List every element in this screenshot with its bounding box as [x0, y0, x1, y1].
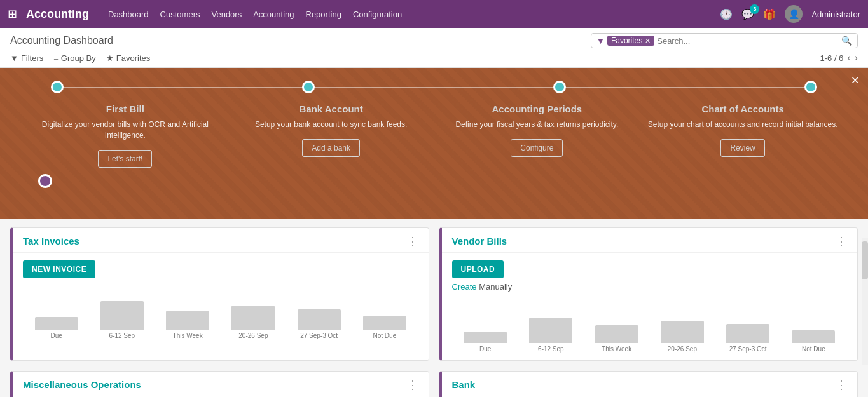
chart-column: Not Due	[354, 292, 415, 339]
chart-bar	[363, 316, 406, 330]
chart-bar	[529, 318, 572, 343]
group-by-button[interactable]: ≡ Group By	[53, 53, 96, 63]
misc-operations-card: Miscellaneous Operations ⋮ NEW ENTRY	[10, 371, 429, 397]
nav-customers[interactable]: Customers	[160, 10, 200, 19]
nav-configuration[interactable]: Configuration	[353, 10, 402, 19]
step-dot-2	[302, 81, 315, 93]
chart-column: 27 Sep-3 Oct	[288, 292, 350, 339]
misc-menu[interactable]: ⋮	[407, 379, 418, 391]
nav-links: Dashboard Customers Vendors Accounting R…	[108, 10, 713, 19]
step-3-desc: Define your fiscal years & tax returns p…	[437, 119, 637, 130]
tax-invoices-title: Tax Invoices	[23, 236, 79, 246]
chart-column: 6-12 Sep	[91, 292, 153, 339]
step-dot-4	[804, 81, 817, 93]
nav-reporting[interactable]: Reporting	[306, 10, 341, 19]
notification-icon[interactable]: 💬 3	[741, 8, 754, 20]
remove-filter-icon[interactable]: ✕	[645, 37, 651, 45]
clock-icon[interactable]: 🕐	[720, 8, 733, 20]
step-1-desc: Digitalize your vendor bills with OCR an…	[25, 119, 225, 141]
bar-container	[783, 305, 844, 343]
progress-position-dot	[38, 174, 52, 188]
tax-invoices-menu[interactable]: ⋮	[407, 236, 418, 247]
chart-label: 27 Sep-3 Oct	[729, 346, 767, 353]
filters-button[interactable]: ▼ Filters	[10, 53, 43, 63]
page-title: Accounting Dashboard	[10, 35, 586, 46]
bar-container	[651, 305, 713, 343]
app-title: Accounting	[26, 8, 89, 21]
pagination: 1-6 / 6 ‹ ›	[820, 52, 858, 64]
chart-bar	[661, 321, 704, 343]
chart-bar	[35, 317, 78, 330]
chart-label: Due	[50, 332, 62, 339]
nav-vendors[interactable]: Vendors	[211, 10, 242, 19]
nav-dashboard[interactable]: Dashboard	[108, 10, 149, 19]
search-row1: Accounting Dashboard ▼ Favorites ✕ 🔍	[10, 33, 858, 48]
bar-container	[586, 305, 647, 343]
chart-column: 6-12 Sep	[520, 305, 582, 353]
notification-badge: 3	[750, 4, 759, 14]
nav-accounting[interactable]: Accounting	[253, 10, 294, 19]
chart-label: 6-12 Sep	[109, 332, 135, 339]
favorites-button[interactable]: ★ Favorites	[106, 53, 150, 63]
tax-invoices-chart: Due6-12 SepThis Week20-26 Sep27 Sep-3 Oc…	[23, 288, 418, 339]
main-content: Tax Invoices ⋮ NEW INVOICE Due6-12 SepTh…	[0, 219, 868, 397]
pagination-prev[interactable]: ‹	[847, 52, 850, 64]
bar-container	[288, 292, 350, 330]
avatar[interactable]: 👤	[785, 5, 803, 23]
bar-container	[354, 292, 415, 330]
grid-icon[interactable]: ⊞	[8, 7, 17, 21]
step-dot-3	[553, 81, 566, 93]
chart-bar	[231, 306, 275, 330]
bank-menu[interactable]: ⋮	[836, 379, 847, 391]
chart-label: 27 Sep-3 Oct	[300, 332, 338, 339]
chart-label: This Week	[173, 332, 203, 339]
group-by-icon: ≡	[53, 53, 59, 63]
bar-container	[455, 305, 516, 343]
nav-right-area: 🕐 💬 3 🎁 👤 Administrator	[720, 5, 860, 23]
vendor-bills-header: Vendor Bills ⋮	[442, 228, 858, 253]
chart-bar	[100, 301, 144, 330]
filter-tag[interactable]: Favorites ✕	[607, 36, 654, 46]
steps-track	[51, 81, 817, 93]
tax-invoices-body: NEW INVOICE Due6-12 SepThis Week20-26 Se…	[13, 253, 429, 347]
chart-label: 6-12 Sep	[538, 346, 564, 353]
setup-banner: ✕ First Bill Digitalize your vendor bill…	[0, 68, 868, 219]
chart-bar	[726, 324, 769, 343]
bar-container	[25, 292, 87, 330]
search-input[interactable]	[657, 36, 841, 46]
pagination-next[interactable]: ›	[855, 52, 858, 64]
chart-column: Due	[455, 305, 516, 353]
search-filters: ▼ Filters ≡ Group By ★ Favorites	[10, 53, 150, 63]
chart-label: Due	[479, 346, 491, 353]
create-link[interactable]: Create	[452, 282, 477, 292]
upload-button[interactable]: UPLOAD	[452, 260, 504, 278]
misc-header: Miscellaneous Operations ⋮	[13, 372, 429, 396]
chart-column: This Week	[586, 305, 647, 353]
chart-column: Due	[25, 292, 87, 339]
close-banner-icon[interactable]: ✕	[851, 74, 859, 86]
search-row2: ▼ Filters ≡ Group By ★ Favorites 1-6 / 6…	[10, 52, 858, 67]
vendor-bills-body: UPLOAD Create Manually Due6-12 SepThis W…	[442, 253, 858, 360]
scrollbar-track[interactable]	[862, 238, 868, 365]
chart-label: Not Due	[373, 332, 397, 339]
bar-container	[223, 292, 284, 330]
step-4-desc: Setup your chart of accounts and record …	[643, 119, 843, 130]
search-submit-icon[interactable]: 🔍	[841, 36, 852, 46]
chart-bar	[792, 330, 835, 343]
chart-column: 20-26 Sep	[223, 292, 284, 339]
gift-icon[interactable]: 🎁	[763, 8, 776, 20]
top-navigation: ⊞ Accounting Dashboard Customers Vendors…	[0, 0, 868, 28]
misc-title: Miscellaneous Operations	[23, 379, 141, 390]
chart-column: This Week	[157, 292, 219, 339]
step-dot-1	[51, 81, 64, 93]
bank-header: Bank ⋮	[442, 372, 858, 396]
scrollbar-thumb[interactable]	[862, 241, 868, 279]
search-box: ▼ Favorites ✕ 🔍	[591, 33, 858, 48]
bank-title: Bank	[452, 379, 476, 390]
chart-column: 20-26 Sep	[651, 305, 713, 353]
steps-line	[51, 87, 817, 88]
chart-bar	[464, 332, 507, 343]
vendor-bills-menu[interactable]: ⋮	[836, 236, 847, 247]
new-invoice-button[interactable]: NEW INVOICE	[23, 260, 95, 278]
chart-label: 20-26 Sep	[668, 346, 697, 353]
